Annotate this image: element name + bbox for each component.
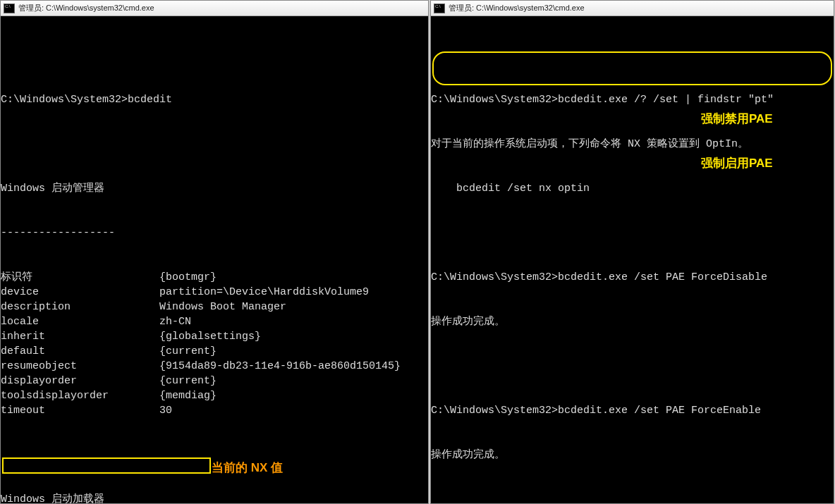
property-value: zh-CN bbox=[159, 316, 191, 328]
result-line: 操作成功完成。 bbox=[431, 448, 834, 462]
property-value: {globalsettings} bbox=[159, 331, 261, 343]
cmd-line: C:\Windows\System32>bcdedit.exe /set PAE… bbox=[431, 270, 834, 285]
property-row: localezh-CN bbox=[1, 314, 428, 329]
property-key: inherit bbox=[1, 329, 159, 344]
property-key: 标识符 bbox=[1, 270, 159, 285]
titlebar-left[interactable]: 管理员: C:\Windows\system32\cmd.exe bbox=[1, 1, 428, 16]
section-header: Windows 启动管理器 bbox=[1, 181, 428, 196]
property-row: 标识符{bootmgr} bbox=[1, 270, 428, 285]
property-value: {current} bbox=[159, 375, 217, 387]
result-line: 操作成功完成。 bbox=[431, 314, 834, 329]
property-key: toolsdisplayorder bbox=[1, 388, 159, 403]
property-row: inherit{globalsettings} bbox=[1, 329, 428, 344]
prompt-line: C:\Windows\System32>bcdedit bbox=[1, 92, 428, 107]
cmd-line: C:\Windows\System32>bcdedit.exe /? /set … bbox=[431, 92, 834, 107]
terminal-content-right[interactable]: C:\Windows\System32>bcdedit.exe /? /set … bbox=[431, 16, 834, 503]
property-key: description bbox=[1, 300, 159, 314]
titlebar-right[interactable]: 管理员: C:\Windows\system32\cmd.exe bbox=[431, 1, 834, 16]
help-line: bcdedit /set nx optin bbox=[431, 181, 834, 196]
property-row: devicepartition=\Device\HarddiskVolume9 bbox=[1, 285, 428, 300]
property-key: timeout bbox=[1, 403, 159, 418]
property-key: locale bbox=[1, 314, 159, 329]
cmd-icon bbox=[434, 4, 445, 13]
property-key: device bbox=[1, 285, 159, 300]
section-header: Windows 启动加载器 bbox=[1, 492, 428, 503]
property-row: descriptionWindows Boot Manager bbox=[1, 300, 428, 314]
property-value: Windows Boot Manager bbox=[159, 301, 286, 313]
terminal-content-left[interactable]: C:\Windows\System32>bcdedit Windows 启动管理… bbox=[1, 16, 428, 503]
property-row: resumeobject{9154da89-db23-11e4-916b-ae8… bbox=[1, 359, 428, 374]
help-line: 对于当前的操作系统启动项，下列命令将 NX 策略设置到 OptIn。 bbox=[431, 137, 834, 152]
cmd-window-right[interactable]: 管理员: C:\Windows\system32\cmd.exe C:\Wind… bbox=[430, 0, 834, 504]
property-value: 30 bbox=[159, 405, 172, 417]
title-text-left: 管理员: C:\Windows\system32\cmd.exe bbox=[18, 3, 154, 13]
property-row: displayorder{current} bbox=[1, 374, 428, 388]
divider: ------------------ bbox=[1, 226, 428, 240]
property-value: partition=\Device\HarddiskVolume9 bbox=[159, 286, 369, 298]
property-row: default{current} bbox=[1, 344, 428, 359]
property-key: resumeobject bbox=[1, 359, 159, 374]
cmd-icon bbox=[4, 4, 15, 13]
property-value: {9154da89-db23-11e4-916b-ae860d150145} bbox=[159, 360, 401, 372]
property-value: {current} bbox=[159, 345, 217, 357]
property-row: toolsdisplayorder{memdiag} bbox=[1, 388, 428, 403]
property-value: {memdiag} bbox=[159, 390, 217, 402]
property-key: default bbox=[1, 344, 159, 359]
cmd-line: C:\Windows\System32>bcdedit.exe /set PAE… bbox=[431, 403, 834, 418]
property-value: {bootmgr} bbox=[159, 271, 217, 283]
cmd-window-left[interactable]: 管理员: C:\Windows\system32\cmd.exe C:\Wind… bbox=[0, 0, 429, 504]
property-row: timeout30 bbox=[1, 403, 428, 418]
property-key: displayorder bbox=[1, 374, 159, 388]
title-text-right: 管理员: C:\Windows\system32\cmd.exe bbox=[449, 3, 585, 13]
